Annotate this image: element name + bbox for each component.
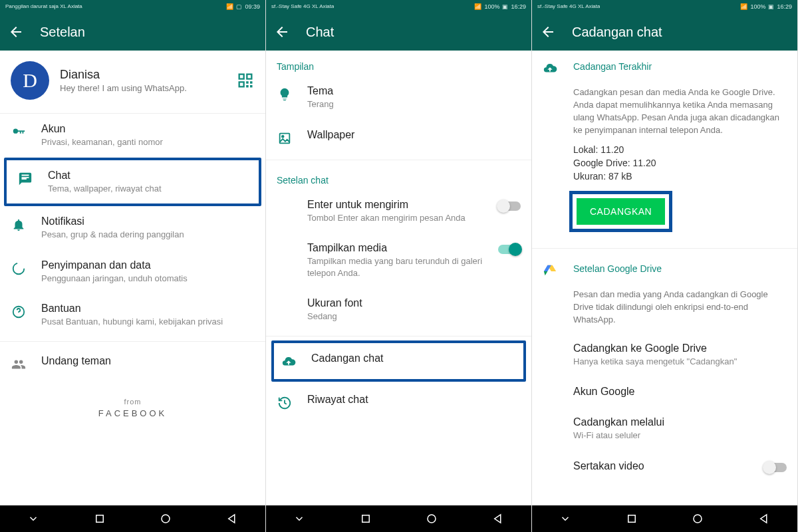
cloud-upload-icon [281,354,297,370]
android-navbar [0,505,265,532]
footer-branding: from FACEBOOK [0,382,265,426]
people-icon [11,356,27,372]
item-backup-over[interactable]: Cadangkan melalui Wi-Fi atau seluler [532,407,797,451]
google-drive-icon [543,263,559,279]
theme-icon [277,86,293,102]
item-enter-send[interactable]: Enter untuk mengirim Tombol Enter akan m… [266,190,531,233]
kv-ukuran: Ukuran: 87 kB [532,170,797,183]
section-last-backup: Cadangan Terakhir [573,61,652,72]
screen-settings: Panggilan darurat saja XL Axiata 📶▢09:39… [0,0,266,532]
item-backup-gdrive[interactable]: Cadangkan ke Google Drive Hanya ketika s… [532,333,797,377]
status-carrier: Panggilan darurat saja XL Axiata [5,4,82,9]
android-navbar [266,505,531,532]
back-arrow-icon[interactable] [8,24,24,40]
profile-name: Dianisa [60,68,225,82]
app-bar: Cadangan chat [532,13,797,51]
nav-chevron-icon[interactable] [293,513,305,525]
nav-home-icon[interactable] [426,513,438,525]
settings-item-bantuan[interactable]: Bantuan Pusat Bantuan, hubungi kami, keb… [0,293,265,337]
svg-point-5 [282,135,284,137]
appbar-title: Setelan [40,25,85,40]
item-chat-backup[interactable]: Cadangan chat [274,343,523,379]
item-tema[interactable]: Tema Terang [266,76,531,120]
appbar-title: Cadangan chat [572,25,662,40]
nav-recent-icon[interactable] [626,513,638,525]
nav-home-icon[interactable] [692,513,704,525]
app-bar: Chat [266,13,531,51]
nav-back-icon[interactable] [758,513,770,525]
settings-item-storage[interactable]: Penyimpanan dan data Penggunaan jaringan… [0,250,265,294]
svg-rect-4 [280,133,290,143]
nav-back-icon[interactable] [492,513,504,525]
back-arrow-icon[interactable] [540,24,556,40]
status-bar: sf.-Stay Safe 4G XL Axiata 📶100%▣16:29 [532,0,797,13]
nav-recent-icon[interactable] [360,513,372,525]
svg-point-9 [694,515,702,523]
svg-point-7 [428,515,436,523]
status-bar: sf.-Stay Safe 4G XL Axiata 📶100%▣16:29 [266,0,531,13]
item-show-media[interactable]: Tampilkan media Tampilkan media yang bar… [266,233,531,288]
screen-chat-settings: sf.-Stay Safe 4G XL Axiata 📶100%▣16:29 C… [266,0,532,532]
nav-chevron-icon[interactable] [559,513,571,525]
wallpaper-icon [277,130,293,146]
nav-back-icon[interactable] [226,513,238,525]
svg-rect-2 [96,515,103,523]
svg-rect-8 [628,515,635,523]
avatar: D [11,61,49,100]
status-right: 📶▢09:39 [226,3,260,10]
profile-row[interactable]: D Dianisa Hey there! I am using WhatsApp… [0,51,265,114]
item-chat-history[interactable]: Riwayat chat [266,384,531,420]
item-wallpaper[interactable]: Wallpaper [266,120,531,156]
data-usage-icon [11,261,27,277]
nav-recent-icon[interactable] [94,513,106,525]
backup-button-highlight: CADANGKAN [569,191,672,232]
toggle-include-video[interactable] [764,463,787,472]
settings-item-notifikasi[interactable]: Notifikasi Pesan, grup & nada dering pan… [0,206,265,250]
settings-item-invite[interactable]: Undang teman [0,346,265,382]
cloud-upload-icon [543,61,559,77]
settings-item-akun[interactable]: Akun Privasi, keamanan, ganti nomor [0,114,265,158]
nav-chevron-icon[interactable] [27,513,39,525]
history-icon [277,395,293,411]
appbar-title: Chat [306,25,334,40]
status-bar: Panggilan darurat saja XL Axiata 📶▢09:39 [0,0,265,13]
section-header-setelan-chat: Setelan chat [266,164,531,190]
section-gdrive-settings: Setelan Google Drive [573,263,662,274]
back-arrow-icon[interactable] [274,24,290,40]
chat-icon [17,171,33,187]
svg-point-3 [162,515,170,523]
key-icon [11,124,27,140]
qr-icon[interactable] [236,71,255,90]
gdrive-description: Pesan dan media yang Anda cadangkan di G… [532,282,797,333]
kv-lokal: Lokal: 11.20 [532,143,797,156]
item-google-account[interactable]: Akun Google [532,376,797,407]
toggle-enter-send[interactable] [498,201,521,211]
app-bar: Setelan [0,13,265,51]
screen-chat-backup: sf.-Stay Safe 4G XL Axiata 📶100%▣16:29 C… [532,0,798,532]
item-font-size[interactable]: Ukuran font Sedang [266,288,531,332]
kv-gdrive: Google Drive: 11.20 [532,156,797,170]
svg-point-0 [13,263,25,274]
section-header-tampilan: Tampilan [266,51,531,76]
settings-item-chat[interactable]: Chat Tema, wallpaper, riwayat chat [7,160,259,204]
bell-icon [11,217,27,233]
backup-description: Cadangkan pesan dan media Anda ke Google… [532,80,797,143]
item-include-video[interactable]: Sertakan video [532,451,797,481]
svg-rect-6 [362,515,369,523]
backup-button[interactable]: CADANGKAN [577,198,665,225]
help-icon [11,304,27,320]
android-navbar [532,505,797,532]
toggle-show-media[interactable] [498,245,521,254]
nav-home-icon[interactable] [160,513,172,525]
profile-status: Hey there! I am using WhatsApp. [60,83,225,93]
